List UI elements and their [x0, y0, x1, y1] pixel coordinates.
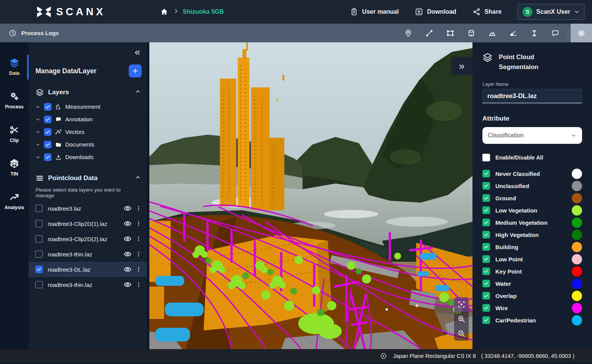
chevron-down-icon[interactable]	[35, 129, 40, 135]
visibility-eye-icon[interactable]	[123, 234, 133, 244]
chevron-down-icon[interactable]	[35, 142, 40, 147]
visibility-eye-icon[interactable]	[123, 264, 133, 274]
enable-disable-all[interactable]: Enable/Disable All	[482, 154, 582, 161]
file-row-selected[interactable]: roadtree3-DL.laz	[29, 262, 147, 277]
classification-checkbox[interactable]	[482, 194, 490, 202]
visibility-eye-icon[interactable]	[123, 249, 133, 259]
classification-row-overlap[interactable]: Overlap	[482, 290, 582, 302]
classification-checkbox[interactable]	[482, 267, 490, 275]
layer-checkbox[interactable]	[44, 103, 52, 111]
layer-group-annotation[interactable]: Annotation	[29, 113, 147, 126]
scanx-logo[interactable]: SCANX	[36, 6, 106, 18]
layer-group-downloads[interactable]: Downloads	[29, 151, 147, 163]
classification-color-swatch[interactable]	[572, 169, 582, 179]
classification-color-swatch[interactable]	[572, 279, 582, 289]
classification-color-swatch[interactable]	[572, 266, 582, 277]
pointcloud-3d-viewport[interactable]: »	[149, 42, 472, 349]
classification-row-key-point[interactable]: Key Point	[482, 265, 582, 277]
classification-row-low-point[interactable]: Low Point	[482, 253, 582, 265]
classification-color-swatch[interactable]	[572, 230, 582, 240]
classification-row-unclassified[interactable]: Unclassified	[482, 180, 582, 192]
classification-color-swatch[interactable]	[572, 303, 582, 313]
file-row[interactable]: roadtree3-thin.laz	[29, 246, 147, 262]
collapse-left-panel-button[interactable]: «	[135, 47, 140, 57]
share-button[interactable]: Share	[472, 8, 501, 16]
classification-checkbox[interactable]	[482, 243, 490, 251]
chevron-down-icon[interactable]	[35, 117, 40, 122]
settings-tool[interactable]	[571, 24, 592, 42]
profile-measure-tool[interactable]	[482, 24, 503, 42]
visibility-eye-icon[interactable]	[123, 219, 133, 229]
kebab-menu-icon[interactable]	[135, 266, 142, 273]
classification-checkbox[interactable]	[482, 280, 490, 287]
classification-color-swatch[interactable]	[572, 205, 582, 216]
height-measure-tool[interactable]	[524, 24, 545, 42]
collapse-right-panel-button[interactable]: »	[451, 57, 472, 75]
kebab-menu-icon[interactable]	[135, 281, 142, 288]
annotation-tool[interactable]	[545, 24, 566, 42]
download-button[interactable]: Download	[415, 8, 456, 16]
classification-checkbox[interactable]	[482, 182, 490, 190]
file-checkbox[interactable]	[35, 220, 43, 227]
volume-measure-tool[interactable]	[461, 24, 482, 42]
layer-checkbox[interactable]	[44, 116, 52, 123]
classification-row-never-classified[interactable]: Never Classified	[482, 168, 582, 180]
classification-row-ground[interactable]: Ground	[482, 192, 582, 204]
point-measure-tool[interactable]	[398, 24, 419, 42]
file-row[interactable]: roadtree3-Clip2D(2).laz	[29, 231, 147, 246]
chevron-down-icon[interactable]	[35, 155, 40, 160]
visibility-eye-icon[interactable]	[123, 280, 133, 290]
angle-measure-tool[interactable]	[503, 24, 524, 42]
attribute-select[interactable]: Classification	[482, 127, 582, 144]
breadcrumb-project[interactable]: Shizuoka 5GB	[183, 8, 224, 15]
layer-checkbox[interactable]	[44, 141, 52, 148]
kebab-menu-icon[interactable]	[135, 235, 142, 243]
classification-color-swatch[interactable]	[572, 193, 582, 203]
classification-checkbox[interactable]	[482, 316, 490, 324]
file-row[interactable]: roadtree3-thin.laz	[29, 277, 147, 292]
classification-color-swatch[interactable]	[572, 315, 582, 325]
process-logs-button[interactable]: Process Logs	[8, 29, 59, 37]
classification-checkbox[interactable]	[482, 292, 490, 300]
nav-item-clip[interactable]: Clip	[0, 122, 29, 145]
layers-section-header[interactable]: Layers	[29, 88, 147, 97]
classification-checkbox[interactable]	[482, 206, 490, 214]
file-checkbox[interactable]	[35, 205, 43, 212]
classification-row-wire[interactable]: Wire	[482, 302, 582, 314]
area-measure-tool[interactable]	[440, 24, 461, 42]
chevron-down-icon[interactable]	[35, 104, 40, 110]
fit-to-screen-button[interactable]	[454, 297, 469, 312]
classification-row-building[interactable]: Building	[482, 241, 582, 253]
kebab-menu-icon[interactable]	[135, 220, 142, 227]
visibility-eye-icon[interactable]	[123, 203, 133, 213]
layer-checkbox[interactable]	[44, 128, 52, 136]
classification-color-swatch[interactable]	[572, 217, 582, 228]
classification-checkbox[interactable]	[482, 231, 490, 238]
classification-color-swatch[interactable]	[572, 242, 582, 252]
nav-item-process[interactable]: Process	[0, 89, 29, 112]
zoom-in-button[interactable]	[454, 312, 469, 326]
file-checkbox[interactable]	[35, 250, 43, 258]
file-row[interactable]: roadtree3.laz	[29, 201, 147, 216]
classification-row-water[interactable]: Water	[482, 277, 582, 290]
enable-all-checkbox[interactable]	[482, 154, 490, 161]
layer-group-vectors[interactable]: Vectors	[29, 126, 147, 138]
zoom-out-button[interactable]	[454, 326, 469, 341]
classification-color-swatch[interactable]	[572, 181, 582, 191]
file-checkbox[interactable]	[35, 235, 43, 243]
layer-group-measurement[interactable]: Measurement	[29, 100, 147, 113]
classification-color-swatch[interactable]	[572, 254, 582, 264]
classification-checkbox[interactable]	[482, 170, 490, 177]
chevron-up-icon[interactable]	[135, 89, 141, 96]
kebab-menu-icon[interactable]	[135, 250, 142, 258]
file-checkbox[interactable]	[35, 266, 43, 273]
classification-row-high-vegetation[interactable]: High Vegetation	[482, 229, 582, 241]
user-menu-button[interactable]: S ScanX User	[518, 4, 584, 20]
classification-checkbox[interactable]	[482, 304, 490, 312]
pointcloud-section-header[interactable]: Pointcloud Data	[29, 174, 147, 182]
classification-row-medium-vegetation[interactable]: Medium Vegetation	[482, 216, 582, 229]
classification-checkbox[interactable]	[482, 255, 490, 263]
home-icon[interactable]	[159, 7, 169, 17]
nav-item-tin[interactable]: TIN	[0, 156, 29, 179]
distance-measure-tool[interactable]	[419, 24, 440, 42]
